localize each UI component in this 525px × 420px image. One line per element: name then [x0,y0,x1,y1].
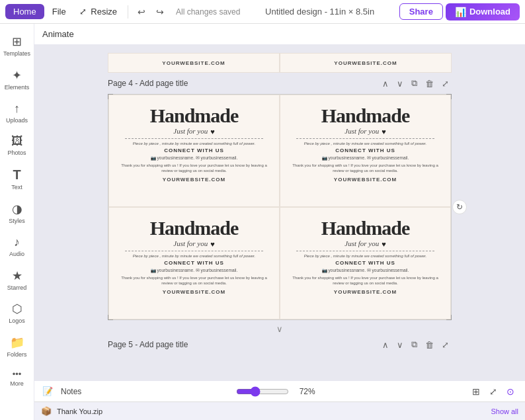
sidebar-item-uploads[interactable]: ↑ Uploads [1,97,33,130]
zip-icon: 📦 [41,406,52,416]
card-3-website: YOURWEBSITE.COM [163,289,225,295]
expand-section-icon[interactable]: ∨ [276,324,283,334]
sidebar-item-text[interactable]: T Text [1,162,33,196]
notes-label[interactable]: Notes [61,387,81,396]
copy-page-5-icon[interactable]: ⧉ [409,338,420,351]
chevron-up-icon[interactable]: ∧ [380,77,391,90]
card-1-thanks: Thank you for shopping with us ! If you … [117,163,271,174]
sidebar-item-label: Starred [7,284,27,292]
home-button[interactable]: Home [5,4,44,19]
file-button[interactable]: File [47,4,71,19]
card-2[interactable]: Handmade Just for you ♥ Piece by piece ,… [280,95,451,207]
notes-icon: 📝 [42,386,53,396]
page-4-header: Page 4 - Add page title ∧ ∨ ⧉ 🗑 ⤢ [108,77,452,90]
prev-page-strip: YOURWEBSITE.COM YOURWEBSITE.COM [108,53,452,73]
canvas-scroll[interactable]: YOURWEBSITE.COM YOURWEBSITE.COM Page 4 -… [34,45,525,380]
chevron-down-icon[interactable]: ∨ [394,77,406,90]
delete-page-icon[interactable]: 🗑 [423,77,436,90]
sidebar-item-starred[interactable]: ★ Starred [1,263,33,297]
styles-icon: ◑ [12,202,22,216]
sidebar-item-label: More [10,380,24,388]
sidebar-item-photos[interactable]: 🖼 Photos [1,129,33,162]
copy-page-icon[interactable]: ⧉ [409,77,420,90]
animate-button[interactable]: Animate [42,29,74,39]
page-4-title: Page 4 - Add page title [108,79,188,88]
card-4[interactable]: Handmade Just for you ♥ Piece by piece ,… [280,207,451,319]
sidebar-item-folders[interactable]: 📁 Folders [1,330,33,364]
top-website-right: YOURWEBSITE.COM [334,60,397,66]
resize-button[interactable]: ⤢ Resize [74,4,122,19]
sidebar-item-styles[interactable]: ◑ Styles [1,196,33,230]
top-card-left: YOURWEBSITE.COM [108,53,280,73]
card-4-thanks: Thank you for shopping with us ! If you … [288,275,442,286]
card-4-piece: Piece by piece , minute by minute we cre… [304,254,427,258]
divider [128,5,128,19]
undo-button[interactable]: ↩ [134,4,149,20]
card-4-contact: 📷 yourbusinessname. ✉ yourbusinessemail. [322,268,409,273]
page-4-section: Page 4 - Add page title ∧ ∨ ⧉ 🗑 ⤢ [108,77,452,320]
card-2-divider [296,138,435,139]
redo-button[interactable]: ↪ [152,4,168,20]
download-button[interactable]: 📊 Download [446,3,520,21]
sidebar-item-audio[interactable]: ♪ Audio [1,230,33,263]
page-5-header-actions: ∧ ∨ ⧉ 🗑 ⤢ [380,338,452,351]
share-button[interactable]: Share [399,3,443,20]
top-website-left: YOURWEBSITE.COM [162,60,225,66]
card-2-piece: Piece by piece , minute by minute we cre… [304,142,427,146]
sidebar-item-templates[interactable]: ⊞ Templates [1,29,33,63]
card-1[interactable]: Handmade Just for you ♥ Piece by piece ,… [108,95,280,207]
card-3[interactable]: Handmade Just for you ♥ Piece by piece ,… [108,207,280,319]
card-3-divider [125,251,264,251]
zoom-percent: 72% [294,387,315,396]
fit-button[interactable]: ⤢ [487,385,500,398]
page-4-canvas[interactable]: ↻ Handmade Just for you ♥ Piece by piece… [108,94,452,320]
main-layout: ⊞ Templates ✦ Elements ↑ Uploads 🖼 Photo… [0,24,525,420]
topbar: Home File ⤢ Resize ↩ ↪ All changes saved… [0,0,525,24]
sidebar-item-elements[interactable]: ✦ Elements [1,63,33,97]
card-3-connect: Connect with us [164,260,224,266]
expand-page-5-icon[interactable]: ⤢ [439,339,452,351]
card-1-handmade: Handmade [150,106,239,126]
more-icon: ••• [13,369,22,379]
add-section-btn[interactable]: ∨ [108,324,452,334]
elements-icon: ✦ [12,68,22,83]
card-1-contact: 📷 yourbusinessname. ✉ yourbusinessemail. [151,155,237,161]
page-header-actions: ∧ ∨ ⧉ 🗑 ⤢ [380,77,452,90]
logos-icon: ⬡ [12,302,22,316]
bottom-center: 72% [87,386,464,397]
page-5-header: Page 5 - Add page title ∧ ∨ ⧉ 🗑 ⤢ [108,338,452,351]
card-3-heart: ♥ [210,240,215,248]
cards-grid: Handmade Just for you ♥ Piece by piece ,… [108,95,451,319]
card-3-contact: 📷 yourbusinessname. ✉ yourbusinessemail. [151,268,237,273]
bottom-right: ⊞ ⤢ ⊙ [469,385,517,398]
document-title: Untitled design - 11in × 8.5in [243,7,396,17]
resize-icon: ⤢ [79,7,87,17]
refresh-button[interactable]: ↻ [452,200,467,214]
sidebar-item-label: Audio [9,251,24,258]
fullscreen-button[interactable]: ⊙ [504,385,517,398]
text-icon: T [13,167,20,183]
card-2-handmade: Handmade [321,106,410,126]
card-4-just: Just for you [344,239,379,247]
zoom-slider[interactable] [236,386,289,397]
sidebar-item-more[interactable]: ••• More [1,364,33,393]
card-2-connect: Connect with us [335,147,395,153]
sidebar-item-label: Uploads [6,117,28,124]
animate-bar: Animate [34,24,525,45]
grid-view-button[interactable]: ⊞ [469,385,483,398]
saved-status: All changes saved [176,7,240,17]
sidebar-item-label: Logos [9,317,25,325]
chevron-down-5-icon[interactable]: ∨ [394,339,406,351]
card-4-website: YOURWEBSITE.COM [334,289,397,295]
card-2-website: YOURWEBSITE.COM [334,177,397,183]
card-2-just: Just for you [344,127,379,135]
sidebar-item-label: Photos [7,149,26,157]
chevron-up-5-icon[interactable]: ∧ [380,339,391,351]
delete-page-5-icon[interactable]: 🗑 [423,339,436,351]
card-4-handmade: Handmade [321,218,410,238]
card-3-handmade: Handmade [150,218,239,238]
show-all-button[interactable]: Show all [491,407,518,415]
sidebar-item-label: Elements [5,84,30,91]
expand-page-icon[interactable]: ⤢ [439,77,452,90]
sidebar-item-logos[interactable]: ⬡ Logos [1,296,33,330]
